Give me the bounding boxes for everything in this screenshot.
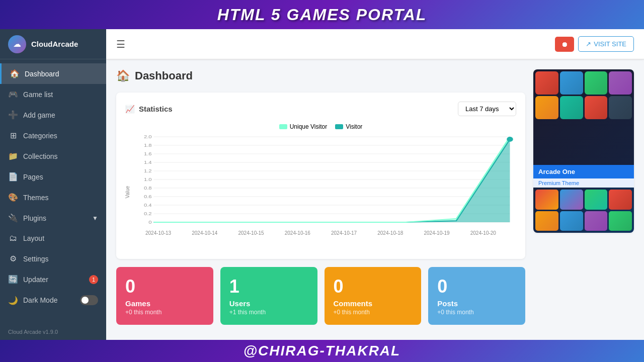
dark-mode-toggle[interactable] <box>80 295 98 305</box>
comments-sub: +0 this month <box>334 309 413 316</box>
gamelist-icon: 🎮 <box>8 89 18 99</box>
sidebar-label-pages: Pages <box>23 173 43 181</box>
main-column: 🏠 Dashboard 📈 Statistics Last 7 days Las… <box>116 69 525 330</box>
updater-icon: 🔄 <box>8 275 18 284</box>
layout-icon: 🗂 <box>8 234 18 243</box>
sidebar-item-add-game[interactable]: ➕ Add game <box>0 105 106 125</box>
visit-site-button[interactable]: ↗ VISIT SITE <box>578 36 634 52</box>
sidebar-item-plugins[interactable]: 🔌 Plugins ▼ <box>0 208 106 228</box>
sidebar-label-dashboard: Dashboard <box>25 70 59 78</box>
comments-label: Comments <box>334 299 413 308</box>
stat-box-users: 1 Users +1 this month <box>220 267 317 325</box>
darkmode-icon: 🌙 <box>8 296 18 305</box>
sidebar-item-settings[interactable]: ⚙ Settings <box>0 248 106 269</box>
game-thumb-b4 <box>609 190 632 210</box>
comments-count: 0 <box>334 276 413 297</box>
chart-fill-visitor <box>153 139 510 222</box>
svg-text:0.4: 0.4 <box>144 203 152 208</box>
promo-subtitle: Premium Theme <box>533 178 634 188</box>
sidebar: ☁ CloudArcade 🏠 Dashboard 🎮 Game list ➕ … <box>0 29 106 340</box>
sidebar-nav: 🏠 Dashboard 🎮 Game list ➕ Add game ⊞ Cat… <box>0 59 106 324</box>
x-label-8: 2024-10-20 <box>470 230 496 236</box>
addgame-icon: ➕ <box>8 110 18 120</box>
sidebar-item-collections[interactable]: 📁 Collections <box>0 146 106 166</box>
statistics-chart: 2.0 1.8 1.6 1.4 1.2 1.0 0.8 0.6 0.4 0.2 <box>125 134 516 227</box>
game-thumb-b5 <box>535 211 558 231</box>
menu-toggle-button[interactable]: ☰ <box>116 38 125 50</box>
plugins-icon: 🔌 <box>8 213 18 223</box>
game-thumb-b3 <box>585 190 608 210</box>
game-thumb-1 <box>535 71 558 95</box>
record-button[interactable]: ⏺ <box>555 37 574 52</box>
svg-text:0: 0 <box>148 220 152 225</box>
games-label: Games <box>125 299 204 308</box>
categories-icon: ⊞ <box>8 131 18 140</box>
sidebar-brand: CloudArcade <box>31 40 78 48</box>
collections-icon: 📁 <box>8 151 18 161</box>
x-label-2: 2024-10-14 <box>192 230 217 236</box>
sidebar-logo: ☁ CloudArcade <box>0 29 106 59</box>
game-thumb-3 <box>585 71 608 95</box>
chart-icon: 📈 <box>125 105 135 114</box>
promo-card: Arcade One Premium Theme <box>533 69 634 233</box>
game-thumb-b7 <box>585 211 608 231</box>
updater-badge: 1 <box>89 275 98 284</box>
sidebar-item-game-list[interactable]: 🎮 Game list <box>0 84 106 105</box>
game-thumb-8 <box>609 96 632 119</box>
svg-text:0.6: 0.6 <box>144 194 152 199</box>
game-thumb-2 <box>560 71 583 95</box>
stats-title: 📈 Statistics <box>125 105 173 114</box>
game-thumb-b2 <box>560 190 583 210</box>
users-sub: +1 this month <box>229 309 308 316</box>
legend-visitor: Visitor <box>335 123 362 130</box>
y-axis-label: Value <box>125 186 130 199</box>
version-label: Cloud Arcade v1.9.0 <box>0 324 106 340</box>
promo-top-image <box>533 69 634 165</box>
header-bar: ☰ ⏺ ↗ VISIT SITE <box>106 29 644 59</box>
x-label-4: 2024-10-16 <box>285 230 310 236</box>
promo-games-grid <box>533 69 634 121</box>
plugins-arrow-icon: ▼ <box>92 215 98 222</box>
sidebar-label-plugins: Plugins <box>23 214 46 222</box>
date-range-select[interactable]: Last 7 days Last 30 days Last 90 days <box>458 102 516 116</box>
posts-sub: +0 this month <box>437 309 516 316</box>
x-label-6: 2024-10-18 <box>377 230 403 236</box>
chart-dot <box>507 137 513 142</box>
game-thumb-b8 <box>609 211 632 231</box>
stat-box-posts: 0 Posts +0 this month <box>428 267 525 325</box>
game-thumb-b6 <box>560 211 583 231</box>
sidebar-label-add-game: Add game <box>23 111 55 119</box>
game-thumb-7 <box>585 96 608 119</box>
svg-text:0.8: 0.8 <box>144 186 152 191</box>
sidebar-item-dark-mode[interactable]: 🌙 Dark Mode <box>0 290 106 311</box>
themes-icon: 🎨 <box>8 193 18 202</box>
games-count: 0 <box>125 276 204 297</box>
svg-text:2.0: 2.0 <box>144 134 152 139</box>
external-link-icon: ↗ <box>586 40 591 48</box>
x-label-7: 2024-10-19 <box>424 230 450 236</box>
sidebar-label-settings: Settings <box>23 255 49 263</box>
game-thumb-b1 <box>535 190 558 210</box>
statistics-card: 📈 Statistics Last 7 days Last 30 days La… <box>116 93 525 259</box>
stats-header: 📈 Statistics Last 7 days Last 30 days La… <box>125 102 516 116</box>
svg-text:1.8: 1.8 <box>144 143 152 148</box>
page-title: 🏠 Dashboard <box>116 69 525 82</box>
svg-text:0.2: 0.2 <box>144 211 152 216</box>
sidebar-item-updater[interactable]: 🔄 Updater 1 <box>0 269 106 290</box>
svg-text:1.2: 1.2 <box>144 168 152 173</box>
posts-label: Posts <box>437 299 516 308</box>
x-axis-labels: 2024-10-13 2024-10-14 2024-10-15 2024-10… <box>125 230 516 236</box>
game-thumb-6 <box>560 96 583 119</box>
page-title-icon: 🏠 <box>116 69 130 82</box>
sidebar-label-updater: Updater <box>23 276 48 284</box>
sidebar-item-pages[interactable]: 📄 Pages <box>0 166 106 187</box>
sidebar-label-categories: Categories <box>23 132 57 140</box>
sidebar-item-layout[interactable]: 🗂 Layout <box>0 228 106 248</box>
sidebar-item-categories[interactable]: ⊞ Categories <box>0 125 106 146</box>
x-label-5: 2024-10-17 <box>331 230 357 236</box>
home-icon: 🏠 <box>10 69 20 78</box>
sidebar-item-dashboard[interactable]: 🏠 Dashboard <box>0 63 106 84</box>
sidebar-item-themes[interactable]: 🎨 Themes <box>0 187 106 208</box>
record-icon: ⏺ <box>561 40 568 48</box>
legend-unique-visitor-label: Unique Visitor <box>290 123 327 130</box>
